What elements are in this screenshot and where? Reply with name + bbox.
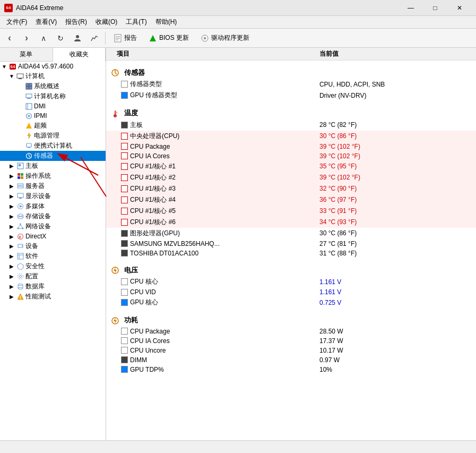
expand-icon[interactable]: ▼ [1,64,7,70]
table-row: CPU VID 1.161 V [106,287,476,297]
svg-point-51 [22,245,23,246]
sidebar-item-overclock[interactable]: 超频 [0,121,106,131]
bios-label: BIOS 更新 [159,33,189,42]
sidebar-item-os[interactable]: ▶ 操作系统 [0,171,106,181]
nav-back-button[interactable]: ‹ [2,31,17,46]
sidebar-item-aida64[interactable]: ▼ 64 AIDA64 v5.97.4600 [0,62,106,71]
sidebar-label-storage: 存储设备 [25,212,51,221]
sidebar-label-sysoverview: 系统概述 [34,82,59,91]
svg-point-57 [18,284,23,286]
sidebar-item-database[interactable]: ▶ 数据库 [0,281,106,292]
menu-bar: 文件(F) 查看(V) 报告(R) 收藏(O) 工具(T) 帮助(H) [0,16,476,29]
mb-temp-icon [121,122,128,129]
svg-rect-32 [18,184,23,185]
svg-marker-20 [26,123,32,129]
sidebar-item-devices[interactable]: ▶ 设备 [0,241,106,251]
svg-rect-13 [29,87,32,89]
sidebar-item-display[interactable]: ▶ 显示设备 [0,191,106,201]
report-button[interactable]: 报告 [109,31,142,45]
menu-tools[interactable]: 工具(T) [122,16,151,28]
svg-line-46 [20,225,23,228]
driver-icon [201,34,209,42]
cpu-ia-name: CPU IA Cores [106,151,315,161]
sidebar-item-powermgmt[interactable]: 电源管理 [0,131,106,141]
table-row: TOSHIBA DT01ACA100 31 °C (88 °F) [106,249,476,258]
col-header-value: 当前值 [315,48,476,61]
directx-icon: X [16,232,24,241]
sensors-section-icon [110,68,120,78]
sidebar-item-software[interactable]: ▶ 软件 [0,251,106,261]
nav-refresh-button[interactable]: ↻ [53,31,68,46]
bios-update-button[interactable]: BIOS 更新 [144,31,194,45]
svg-rect-29 [21,173,23,176]
sidebar-item-sysoverview[interactable]: 系统概述 [0,81,106,91]
nav-up-button[interactable]: ∧ [36,31,51,46]
sidebar-item-multimedia[interactable]: ▶ 多媒体 [0,201,106,211]
svg-point-41 [18,217,23,219]
sidebar-item-benchmark[interactable]: ▶ 性能测试 [0,292,106,302]
core6-icon [121,219,128,226]
samsung-icon [121,240,128,247]
table-row: CPU IA Cores 17.37 W [106,336,476,346]
sidebar-item-server[interactable]: ▶ 服务器 [0,181,106,191]
maximize-button[interactable]: □ [423,0,447,16]
core1-name: CPU #1/核心 #1 [106,161,315,172]
dimm-pwr-icon [121,356,128,363]
ia-pwr-value: 17.37 W [315,336,476,346]
svg-rect-67 [115,110,116,115]
sidebar-item-portable[interactable]: 便携式计算机 [0,141,106,151]
security-icon [16,262,24,271]
sidebar-item-computer[interactable]: ▼ 计算机 [0,71,106,81]
core1-icon [121,163,128,170]
menu-help[interactable]: 帮助(H) [151,16,181,28]
uncore-pwr-icon [121,347,128,354]
sidebar-item-network[interactable]: ▶ 网络设备 [0,221,106,232]
sidebar-item-directx[interactable]: ▶ X DirectX [0,232,106,241]
tab-menu[interactable]: 菜单 [0,48,53,61]
sidebar-label-compname: 计算机名称 [34,92,66,101]
table-row: CPU IA Cores 39 °C (102 °F) [106,151,476,161]
driver-update-button[interactable]: 驱动程序更新 [196,31,254,45]
cpu-v-name: CPU 核心 [106,276,315,287]
server-icon [16,182,24,191]
sidebar-item-storage[interactable]: ▶ 存储设备 [0,211,106,221]
svg-rect-14 [26,94,32,98]
sidebar-item-dmi[interactable]: DMI [0,101,106,111]
gpu-tdp-value: 10% [315,365,476,374]
nav-forward-button[interactable]: › [19,31,34,46]
svg-rect-31 [21,176,23,179]
nav-chart-button[interactable] [87,31,102,46]
nav-user-button[interactable] [70,31,85,46]
network-icon [16,223,24,231]
core3-icon [121,185,128,192]
computer-expand-icon[interactable]: ▼ [8,73,15,79]
sidebar-label-sensors: 传感器 [34,151,53,160]
minimize-button[interactable]: — [399,0,423,16]
tab-favorites[interactable]: 收藏夹 [53,48,106,62]
table-row: CPU 核心 1.161 V [106,276,476,287]
core5-value: 33 °C (91 °F) [315,206,476,217]
sidebar-item-sensors[interactable]: 传感器 [0,151,106,161]
sidebar-label-database: 数据库 [25,282,45,291]
close-button[interactable]: ✕ [447,0,472,16]
core2-name: CPU #1/核心 #2 [106,172,315,183]
window-controls: — □ ✕ [399,0,472,16]
gpu-v-icon [121,299,128,306]
sidebar-item-compname[interactable]: 计算机名称 [0,91,106,101]
menu-file[interactable]: 文件(F) [2,16,31,28]
toshiba-icon [121,250,128,257]
aida64-icon: 64 [8,62,17,71]
sidebar-item-label-computer: 计算机 [25,72,45,81]
core3-name: CPU #1/核心 #3 [106,183,315,194]
sidebar-item-security[interactable]: ▶ 安全性 [0,261,106,271]
menu-report[interactable]: 报告(R) [61,16,91,28]
menu-favorites[interactable]: 收藏(O) [91,16,122,28]
menu-view[interactable]: 查看(V) [31,16,61,28]
sidebar-item-config[interactable]: ▶ 配置 [0,271,106,281]
sidebar-item-ipmi[interactable]: IPMI [0,111,106,121]
svg-point-7 [204,37,206,39]
sidebar-item-motherboard[interactable]: ▶ 主板 [0,161,106,171]
cpu-temp-icon [121,133,128,140]
toolbar: ‹ › ∧ ↻ 报告 BIOS 更新 驱动程序更新 [0,29,476,48]
gpu-temp-name: 图形处理器(GPU) [106,228,315,239]
